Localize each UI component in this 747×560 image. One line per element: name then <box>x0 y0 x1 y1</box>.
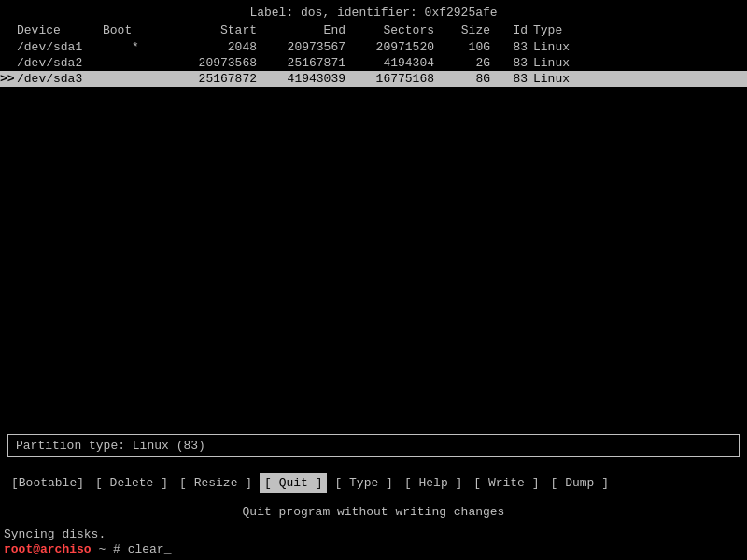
table-row[interactable]: >>/dev/sda32516787241943039167751688G83L… <box>0 71 747 87</box>
row-id: 83 <box>490 56 528 70</box>
row-sectors: 16775168 <box>345 72 434 86</box>
action-bar: [Bootable][ Delete ][ Resize ][ Quit ][ … <box>0 473 747 493</box>
row-type: Linux <box>528 40 602 54</box>
action-description: Quit program without writing changes <box>0 505 747 519</box>
table-header: Device Boot Start End Sectors Size Id Ty… <box>0 23 747 39</box>
row-device: /dev/sda3 <box>17 72 103 86</box>
prompt-rest: ~ # clear_ <box>92 542 172 556</box>
prompt-root: root <box>4 542 33 556</box>
action-item[interactable]: [Bootable] <box>7 474 88 492</box>
prompt-at: @archiso <box>33 542 91 556</box>
terminal-syncing: Syncing disks. <box>0 527 747 541</box>
partition-table: /dev/sda1*2048209735672097152010G83Linux… <box>0 39 747 87</box>
action-item[interactable]: [ Write ] <box>470 474 543 492</box>
row-type: Linux <box>528 56 602 70</box>
col-header-type: Type <box>528 23 602 37</box>
row-end: 41943039 <box>257 72 345 86</box>
action-item[interactable]: [ Help ] <box>401 474 466 492</box>
action-item[interactable]: [ Type ] <box>331 474 396 492</box>
partition-type-bar: Partition type: Linux (83) <box>7 434 740 457</box>
table-row[interactable]: /dev/sda2209735682516787141943042G83Linu… <box>0 55 747 71</box>
row-sectors: 4194304 <box>345 56 434 70</box>
row-size: 10G <box>434 40 490 54</box>
partition-type-text: Partition type: Linux (83) <box>16 439 205 453</box>
action-item[interactable]: [ Resize ] <box>176 474 256 492</box>
row-type: Linux <box>528 72 602 86</box>
row-id: 83 <box>490 40 528 54</box>
col-header-sectors: Sectors <box>345 23 434 37</box>
row-sectors: 20971520 <box>345 40 434 54</box>
row-end: 25167871 <box>257 56 345 70</box>
action-item[interactable]: [ Delete ] <box>92 474 172 492</box>
row-device: /dev/sda1 <box>17 40 103 54</box>
row-start: 25167872 <box>168 72 257 86</box>
action-item[interactable]: [ Dump ] <box>547 474 613 492</box>
col-header-size: Size <box>434 23 490 37</box>
row-start: 20973568 <box>168 56 257 70</box>
row-indicator <box>0 56 17 70</box>
col-header-device: Device <box>0 23 103 37</box>
row-device: /dev/sda2 <box>17 56 103 70</box>
row-start: 2048 <box>168 40 257 54</box>
row-end: 20973567 <box>257 40 345 54</box>
screen: Label: dos, identifier: 0xf2925afe Devic… <box>0 0 747 560</box>
row-size: 8G <box>434 72 490 86</box>
col-header-boot: Boot <box>103 23 168 37</box>
row-indicator <box>0 40 17 54</box>
table-row[interactable]: /dev/sda1*2048209735672097152010G83Linux <box>0 39 747 55</box>
row-id: 83 <box>490 72 528 86</box>
col-header-start: Start <box>168 23 257 37</box>
row-indicator: >> <box>0 72 17 86</box>
terminal-prompt: root@archiso ~ # clear_ <box>0 542 747 556</box>
row-size: 2G <box>434 56 490 70</box>
row-boot: * <box>103 40 168 54</box>
col-header-end: End <box>257 23 345 37</box>
col-header-id: Id <box>490 23 528 37</box>
action-item[interactable]: [ Quit ] <box>260 473 327 493</box>
disk-label: Label: dos, identifier: 0xf2925afe <box>0 0 747 23</box>
